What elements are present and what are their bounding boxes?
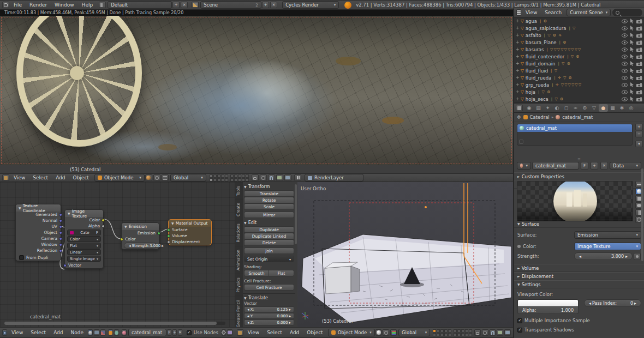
- object-name[interactable]: fluid_contenedor: [526, 54, 564, 59]
- vector-field[interactable]: ◂Y: 0.000▸: [244, 313, 294, 319]
- object-name[interactable]: basura_Plane: [526, 40, 557, 45]
- renderability-camera-icon[interactable]: [636, 26, 642, 31]
- transform-button[interactable]: Scale: [244, 203, 294, 210]
- breadcrumb-material[interactable]: catedral_mat: [562, 114, 593, 120]
- fake-user-button[interactable]: F: [581, 162, 588, 170]
- selectability-cursor-icon[interactable]: [630, 54, 634, 59]
- mirror-button[interactable]: Mirror: [244, 212, 294, 218]
- properties-tab-icon[interactable]: ⚙: [580, 104, 589, 112]
- tool-shelf-tab[interactable]: Animation: [235, 246, 243, 274]
- visibility-eye-icon[interactable]: [622, 33, 628, 38]
- settings-checkbox[interactable]: ✓: [517, 328, 522, 333]
- editor-type-icon[interactable]: [2, 329, 7, 336]
- render-engine-select[interactable]: Cycles Render▾: [282, 1, 339, 9]
- flat-button[interactable]: Flat: [269, 270, 294, 276]
- expand-icon[interactable]: +: [516, 96, 520, 101]
- outliner-row[interactable]: + ▽ hoja_seca | ▽ ⚙: [514, 95, 644, 102]
- visibility-eye-icon[interactable]: [622, 40, 628, 45]
- menu-item[interactable]: Search: [541, 10, 565, 15]
- snap-magnet-icon[interactable]: [490, 329, 496, 336]
- lock-icon[interactable]: [474, 329, 481, 336]
- slider-left-arrow[interactable]: ◂: [589, 301, 591, 306]
- screen-layout-select[interactable]: Default: [108, 1, 172, 9]
- unlink-material-button[interactable]: ✕: [600, 162, 608, 170]
- alpha-slider[interactable]: Alpha:1.000: [517, 307, 579, 314]
- transform-button[interactable]: Translate: [244, 190, 294, 197]
- expand-icon[interactable]: +: [516, 47, 520, 52]
- object-name[interactable]: fluid_rueda: [526, 75, 551, 81]
- properties-tab-icon[interactable]: ✦: [543, 104, 552, 112]
- vector-field[interactable]: ◂X: 0.125▸: [244, 306, 294, 312]
- properties-tab-icon[interactable]: ◎: [627, 104, 636, 112]
- layer-grid[interactable]: [433, 329, 472, 336]
- object-name[interactable]: asfalto: [526, 33, 541, 38]
- value-socket[interactable]: [167, 240, 170, 244]
- panel-settings[interactable]: ▼Settings: [514, 280, 644, 288]
- panel-surface[interactable]: ▼Surface: [514, 220, 644, 228]
- add-scene-button[interactable]: +: [262, 2, 269, 8]
- add-material-button[interactable]: +: [591, 162, 598, 170]
- vector-socket[interactable]: [59, 243, 62, 246]
- menu-item[interactable]: Help: [78, 2, 97, 8]
- fake-user-button[interactable]: F: [167, 329, 171, 336]
- menu-item[interactable]: Select: [27, 330, 50, 335]
- outliner-row[interactable]: + ▽ hoja | ▽ ⚙: [514, 88, 644, 95]
- menu-item[interactable]: Add: [286, 330, 303, 335]
- expand-icon[interactable]: +: [516, 89, 520, 94]
- slider-right-arrow[interactable]: ▸: [634, 301, 636, 306]
- tool-shelf-tab[interactable]: Physics: [235, 274, 243, 296]
- panel-custom-properties[interactable]: ►Custom Properties: [514, 172, 644, 180]
- visibility-eye-icon[interactable]: [622, 90, 628, 94]
- renderability-camera-icon[interactable]: [636, 62, 642, 66]
- viewport-color-swatch[interactable]: [517, 299, 579, 307]
- slot-specials-button[interactable]: ▾: [635, 141, 643, 147]
- renderability-camera-icon[interactable]: [636, 55, 642, 59]
- vector-socket[interactable]: [59, 237, 62, 240]
- node-dropdown[interactable]: Single Image▾: [67, 256, 101, 262]
- collapse-icon[interactable]: ▼: [171, 221, 174, 225]
- slider-right-arrow[interactable]: ▸: [625, 254, 628, 259]
- delete-scene-button[interactable]: ✕: [270, 2, 277, 8]
- node-emission[interactable]: ▼Emission Emission Color ◂Strength:3.000…: [121, 222, 159, 250]
- mode-select[interactable]: Object Mode▾: [328, 329, 375, 336]
- object-name[interactable]: hoja_seca: [526, 96, 548, 102]
- properties-tab-icon[interactable]: ▽: [589, 104, 599, 112]
- visibility-eye-icon[interactable]: [622, 76, 628, 80]
- node-material-output[interactable]: ▼Material Output Surface Volume Displace…: [168, 219, 212, 245]
- menu-item[interactable]: Add: [50, 330, 67, 335]
- display-scope-select[interactable]: Current Scene▾: [567, 9, 611, 16]
- add-slot-button[interactable]: +: [635, 124, 643, 130]
- outliner-row[interactable]: + ▽ fluid_contenedor | ▽ ⚙: [514, 53, 644, 60]
- texture-nodes-toggle[interactable]: [100, 329, 105, 336]
- selectability-cursor-icon[interactable]: [630, 26, 634, 31]
- slider-left-arrow[interactable]: ◂: [129, 244, 131, 248]
- node-dropdown[interactable]: Color▾: [67, 236, 101, 242]
- delete-layout-button[interactable]: ✕: [181, 2, 188, 8]
- editor-type-icon[interactable]: [237, 329, 243, 336]
- object-shader-toggle[interactable]: [108, 329, 113, 336]
- renderability-camera-icon[interactable]: [636, 76, 642, 80]
- h-scrollbar-thumb[interactable]: [4, 322, 217, 325]
- selectability-cursor-icon[interactable]: [630, 82, 634, 87]
- tool-shelf-tab[interactable]: Tools: [235, 182, 243, 199]
- collapse-icon[interactable]: ▼: [68, 212, 70, 215]
- object-name[interactable]: basuras: [526, 47, 544, 52]
- viewport-3d[interactable]: User Ortho: [297, 182, 513, 327]
- proportional-edit-icon[interactable]: [482, 329, 488, 336]
- object-name[interactable]: agua: [526, 19, 537, 24]
- expand-icon[interactable]: +: [516, 33, 520, 38]
- resize-handle[interactable]: ≡: [514, 157, 644, 161]
- outliner-row[interactable]: + ▽ asfalto | ▽ ⚙ ✳: [514, 32, 644, 39]
- render-anim-icon[interactable]: [284, 174, 291, 181]
- renderability-camera-icon[interactable]: [636, 47, 642, 52]
- h-scrollbar-track[interactable]: [4, 322, 225, 325]
- visibility-eye-icon[interactable]: [622, 83, 628, 87]
- selectability-cursor-icon[interactable]: [630, 61, 634, 66]
- visibility-eye-icon[interactable]: [622, 97, 628, 101]
- render-anim-icon[interactable]: [504, 329, 511, 336]
- smooth-button[interactable]: Smooth: [244, 270, 269, 276]
- settings-checkbox[interactable]: ✓: [517, 318, 522, 323]
- image-datablock[interactable]: CateF: [67, 230, 101, 236]
- outliner-row[interactable]: + ▽ fluid_domain | ▽ ⚙: [514, 60, 644, 67]
- outliner-row[interactable]: + ▽ fluid_rueda | ✛ ▽ ⚙: [514, 74, 644, 81]
